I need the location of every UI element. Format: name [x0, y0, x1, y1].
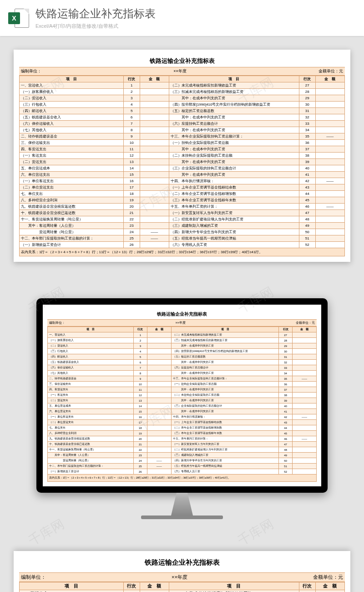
table-row: （一）单位客运支出16十四、本年执行情况审核：42——	[20, 178, 345, 184]
table-row: 四、客货运支出11 其中：在成本中列支的工资37	[48, 387, 317, 393]
table-row: （五）铁路建设基金收入6 其中：在成本中列支的工资32	[48, 360, 317, 365]
monitor-base	[141, 515, 223, 519]
table-row: （三）行包收入4（四）按劳部发[1996]410号文件实行分档挂钩的新增效益工资…	[20, 102, 345, 108]
spreadsheet-table: 项 目 行次 金 额 项 目 行次 金 额 一、营运收入1（二）未完成考核指标应…	[19, 76, 345, 248]
table-row: （七）其他收入8 其中：在成本中列支的工资34	[20, 127, 345, 133]
table-row: （一）新增效益工资合计26（六）专用线人员工资52	[20, 242, 345, 248]
table-row: 六、单位营运支出15 其中：在成本中列支的工资41	[48, 409, 317, 414]
table-row: （一）客运支出12（二）未挂钩企业实际提取的工资总额38	[20, 153, 345, 159]
page-header: X 铁路运输企业补充指标表 Excel/A4打印/内容随意修改/自带格式	[0, 0, 364, 36]
table-row: 七、单位支出18（二）本年企业工资调节基金指标增加数44	[48, 425, 317, 431]
table-row: 十一、客货运输换算周转量（吨公里）22（二）经批准新扩建项目增人当年列支的工资4…	[20, 216, 345, 223]
table-row: 九、铁路建设基金营业税应返还数20十五、本年单列工资的计算：46——	[48, 436, 317, 442]
table-row: 货运周转量（吨公里）24——（四）新增大中专毕业生当年列支的工资50	[20, 229, 345, 235]
table-row: （一）旅客票价收入2（三）扣减未完成考核指标后的新增效益工资28	[20, 89, 345, 95]
table-row: （七）其他收入8 其中：在成本中列支的工资34	[48, 371, 317, 376]
table-row: （二）货运收入3 其中：在成本中列支的工资29	[48, 343, 317, 349]
page-subtitle: Excel/A4打印/内容随意修改/自带格式	[35, 23, 156, 30]
table-row: 一、营运收入1（二）未完成考核指标应扣新增效益工资27	[20, 82, 345, 89]
table-row: 三、保价运输支出10（一）挂钩企业实际提取的工资总额36	[48, 382, 317, 387]
table-row: 其中：客运周转量（人公里）23（三）成建制划入增减的工资49	[20, 223, 345, 229]
table-row: （二）单位货运支出17（一）上年企业工资调节基金指标结余数43	[48, 420, 317, 425]
table-row: 十二、本年部门应提取挂钩工资总额的计算：25——（五）经批准当年提高一线艰苦岗位…	[20, 235, 345, 242]
table-row: （一）新增效益工资合计26（六）专用线人员工资52	[48, 469, 317, 475]
monitor-mockup: 铁路运输企业补充指标表 编制单位：××年度金额单位：元 项 目行次金 额 项 目…	[14, 298, 350, 519]
table-row: 货运周转量（吨公里）24——（四）新增大中专毕业生当年列支的工资50	[48, 458, 317, 464]
table-row: 九、铁路建设基金营业税应返还数20十五、本年单列工资的计算：46——	[20, 204, 345, 210]
table-row: 七、单位支出18（二）本年企业工资调节基金指标增加数44	[20, 191, 345, 197]
table-row: 其中：客运周转量（人公里）23（三）成建制划入增减的工资49	[48, 453, 317, 458]
table-row: （四）邮运收入5（五）核定的工资总额基数31	[20, 108, 345, 114]
preview-partial: 铁路运输企业补充指标表 编制单位：××年度金额单位：元 项 目行次金 额 项 目…	[14, 551, 350, 592]
table-row: （一）客运支出12（二）未挂钩企业实际提取的工资总额38	[48, 393, 317, 398]
table-row: （六）保价运输收入7（六）应提挂钩工资总额合计33	[20, 121, 345, 127]
sheet-meta: 编制单位：××年度金额单位：元	[19, 67, 345, 76]
table-row: 一、营运收入1（二）未完成考核指标应扣新增效益工资27	[20, 590, 345, 592]
table-row: （一）旅客票价收入2（三）扣减未完成考核指标后的新增效益工资28	[48, 338, 317, 343]
table-row: 十一、客货运输换算周转量（吨公里）22（二）经批准新扩建项目增人当年列支的工资4…	[48, 447, 317, 453]
table-row: 四、客货运支出11 其中：在成本中列支的工资37	[20, 146, 345, 153]
table-row: 一、营运收入1（二）未完成考核指标应扣新增效益工资27	[48, 332, 317, 338]
excel-icon: X	[8, 8, 29, 29]
table-row: （六）保价运输收入7（六）应提挂钩工资总额合计33	[48, 365, 317, 371]
table-row: （二）货运支出13 其中：在成本中列支的工资39	[48, 398, 317, 403]
table-row: （二）货运支出13 其中：在成本中列支的工资39	[20, 159, 345, 165]
table-row: 八、多种经营企业利润19（三）本年企业工资调节基金指标年末数45	[48, 431, 317, 436]
table-row: 五、单位营运成本14（三）企业实际提取的挂钩工资总额合计40	[20, 165, 345, 172]
table-row: （三）行包收入4（四）按劳部发[1996]410号文件实行分档挂钩的新增效益工资…	[48, 349, 317, 354]
table-row: （二）单位货运支出17（一）上年企业工资调节基金指标结余数43	[20, 184, 345, 191]
table-row: 十、铁路建设基金营业税已返还数21（一）新安置复转军人当年列支的工资47	[48, 442, 317, 447]
table-row: 十、铁路建设基金营业税已返还数21（一）新安置复转军人当年列支的工资47	[20, 210, 345, 216]
table-row: （一）单位客运支出16十四、本年执行情况审核：42——	[48, 414, 317, 420]
table-row: （四）邮运收入5（五）核定的工资总额基数31	[48, 354, 317, 360]
table-row: 二、转作铁路建设基金9十三、本年企业实际提取挂钩工资总额计算：35——	[20, 133, 345, 140]
table-row: 三、保价运输支出10（一）挂钩企业实际提取的工资总额36	[20, 140, 345, 146]
monitor-stand	[164, 493, 200, 515]
preview-card-flat: 铁路运输企业补充指标表 编制单位：××年度金额单位：元 项 目 行次 金 额 项…	[14, 50, 350, 262]
table-row: 二、转作铁路建设基金9十三、本年企业实际提取挂钩工资总额计算：35——	[48, 376, 317, 382]
table-row: 十二、本年部门应提取挂钩工资总额的计算：25——（五）经批准当年提高一线艰苦岗位…	[48, 464, 317, 469]
sheet-title: 铁路运输企业补充指标表	[19, 55, 345, 67]
table-row: 五、单位营运成本14（三）企业实际提取的挂钩工资总额合计40	[48, 403, 317, 409]
page-title: 铁路运输企业补充指标表	[35, 6, 156, 21]
table-row: （二）货运收入3 其中：在成本中列支的工资29	[20, 95, 345, 102]
table-row: （五）铁路建设基金收入6 其中：在成本中列支的工资32	[20, 114, 345, 121]
table-row: 六、单位营运支出15 其中：在成本中列支的工资41	[20, 172, 345, 178]
table-row: 八、多种经营企业利润19（三）本年企业工资调节基金指标年末数45	[20, 197, 345, 204]
table-footnote: 表内关系：1行＝（2＋3＋4＋5＋6＋7＋8）行；11行＝（12＋13）行；28…	[19, 248, 345, 256]
